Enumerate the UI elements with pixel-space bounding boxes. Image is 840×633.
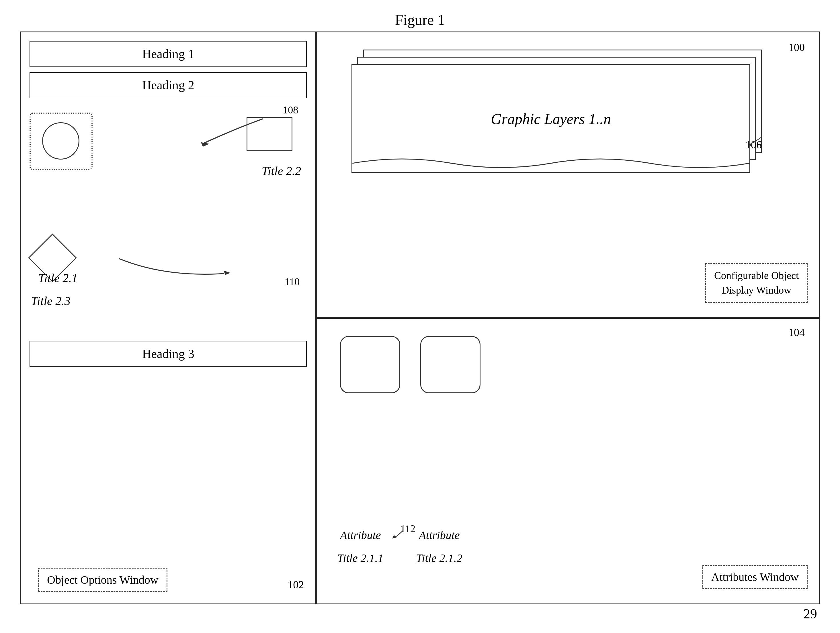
ref-102: 102 bbox=[287, 578, 304, 591]
title-2-3-label: Title 2.3 bbox=[31, 294, 71, 308]
attr-box-2 bbox=[420, 336, 480, 393]
graphic-layers-label: Graphic Layers 1..n bbox=[352, 110, 749, 128]
attribute1-label: Attribute bbox=[340, 529, 381, 542]
display-panel: 100 Graphic Layers 1..n 106 bbox=[316, 31, 820, 318]
title-2-2-label: Title 2.2 bbox=[262, 164, 301, 178]
attr-title-2: Title 2.1.2 bbox=[416, 551, 462, 565]
label-112-arrow bbox=[386, 528, 415, 542]
attributes-panel: 104 Attribute Attribute Title 2.1.1 Titl… bbox=[316, 318, 820, 605]
heading1-box: Heading 1 bbox=[30, 41, 307, 67]
ref-104: 104 bbox=[788, 326, 805, 339]
title-2-1-label: Title 2.1 bbox=[38, 271, 78, 285]
heading3-container: Heading 3 bbox=[21, 341, 315, 373]
wavy-svg bbox=[352, 155, 749, 172]
label-110: 110 bbox=[285, 276, 300, 288]
selection-box bbox=[30, 113, 93, 170]
attr-box-1 bbox=[340, 336, 400, 393]
svg-marker-0 bbox=[201, 142, 210, 147]
configurable-object-dashed-box: Configurable ObjectDisplay Window bbox=[705, 263, 808, 303]
ref-106-arrow bbox=[745, 132, 767, 147]
attribute2-label: Attribute bbox=[419, 529, 459, 542]
page-number: 29 bbox=[803, 606, 817, 622]
svg-marker-1 bbox=[224, 271, 231, 275]
circle-icon bbox=[42, 122, 79, 159]
rect-icon bbox=[246, 117, 292, 151]
main-container: Heading 1 Heading 2 108 Title 2.1 Title … bbox=[20, 31, 820, 605]
label-108: 108 bbox=[283, 104, 298, 116]
layer-page-3: Graphic Layers 1..n bbox=[352, 64, 750, 173]
object-options-panel: Heading 1 Heading 2 108 Title 2.1 Title … bbox=[20, 31, 316, 605]
object-options-dashed-box: Object Options Window bbox=[38, 568, 167, 592]
attr-title-1: Title 2.1.1 bbox=[337, 551, 383, 565]
attributes-dashed-box: Attributes Window bbox=[703, 565, 808, 589]
icon-area: 108 Title 2.1 Title 2.2 Title 2.3 110 bbox=[21, 98, 315, 341]
heading3-box: Heading 3 bbox=[30, 341, 307, 367]
heading2-box: Heading 2 bbox=[30, 72, 307, 98]
ref-100: 100 bbox=[788, 41, 805, 54]
graphic-layers-container: Graphic Layers 1..n bbox=[352, 50, 762, 173]
